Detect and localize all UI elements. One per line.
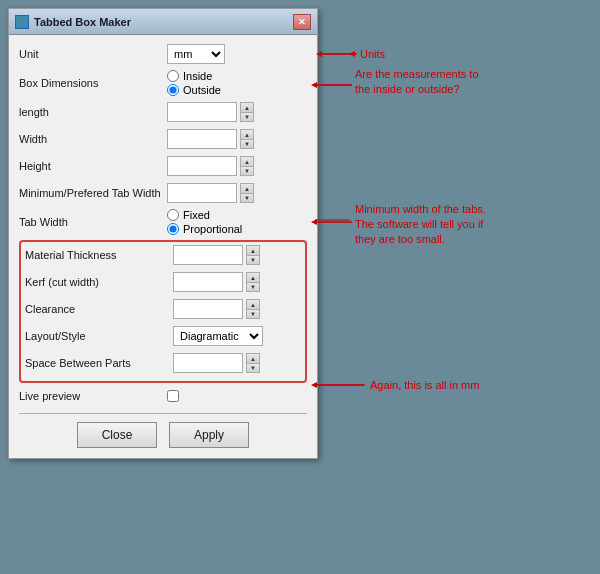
buttons-row: Close Apply [19, 422, 307, 448]
svg-text:the inside or outside?: the inside or outside? [355, 83, 460, 95]
fixed-radio[interactable] [167, 209, 179, 221]
title-bar-left: Tabbed Box Maker [15, 15, 131, 29]
unit-label: Unit [19, 48, 167, 60]
layout-style-select[interactable]: Diagramatic 3D [173, 326, 263, 346]
layout-style-row: Layout/Style Diagramatic 3D [25, 325, 301, 347]
length-label: length [19, 106, 167, 118]
box-dimensions-control: Inside Outside [167, 70, 307, 96]
kerf-row: Kerf (cut width) 0.180 ▲ ▼ [25, 271, 301, 293]
svg-text:they are too small.: they are too small. [355, 233, 445, 245]
style-select-wrapper: Diagramatic 3D [173, 326, 263, 346]
length-down[interactable]: ▼ [240, 112, 254, 122]
min-tab-up[interactable]: ▲ [240, 183, 254, 193]
length-input[interactable]: 111.000 [167, 102, 237, 122]
outside-label: Outside [183, 84, 221, 96]
outside-radio-row: Outside [167, 84, 221, 96]
min-tab-input[interactable]: 15.00 [167, 183, 237, 203]
apply-button[interactable]: Apply [169, 422, 249, 448]
space-between-down[interactable]: ▼ [246, 363, 260, 373]
fixed-label: Fixed [183, 209, 210, 221]
kerf-spinner: ▲ ▼ [246, 272, 260, 292]
height-spinner: ▲ ▼ [240, 156, 254, 176]
highlight-group: Material Thickness 3.00 ▲ ▼ Kerf (cut wi… [19, 240, 307, 383]
width-up[interactable]: ▲ [240, 129, 254, 139]
kerf-input[interactable]: 0.180 [173, 272, 243, 292]
material-thickness-down[interactable]: ▼ [246, 255, 260, 265]
inside-radio-row: Inside [167, 70, 221, 82]
space-between-row: Space Between Parts 5.00 ▲ ▼ [25, 352, 301, 374]
material-thickness-row: Material Thickness 3.00 ▲ ▼ [25, 244, 301, 266]
width-spinner: ▲ ▼ [240, 129, 254, 149]
svg-text:Again, this is all in mm: Again, this is all in mm [370, 379, 479, 391]
space-between-up[interactable]: ▲ [246, 353, 260, 363]
live-preview-label: Live preview [19, 390, 167, 402]
height-control: 198.000 ▲ ▼ [167, 156, 307, 176]
box-dimensions-radio-group: Inside Outside [167, 70, 221, 96]
material-thickness-label: Material Thickness [25, 249, 173, 261]
clearance-spinner: ▲ ▼ [246, 299, 260, 319]
unit-select[interactable]: mm cm in [167, 44, 225, 64]
layout-style-label: Layout/Style [25, 330, 173, 342]
proportional-radio[interactable] [167, 223, 179, 235]
proportional-label: Proportional [183, 223, 242, 235]
height-up[interactable]: ▲ [240, 156, 254, 166]
dialog-body: Unit mm cm in Box Dimensions Inside [9, 35, 317, 458]
inside-label: Inside [183, 70, 212, 82]
clearance-row: Clearance 0.000 ▲ ▼ [25, 298, 301, 320]
outside-radio[interactable] [167, 84, 179, 96]
live-preview-checkbox[interactable] [167, 390, 179, 402]
box-dimensions-label: Box Dimensions [19, 77, 167, 89]
space-between-control: 5.00 ▲ ▼ [173, 353, 301, 373]
tab-width-control: Fixed Proportional [167, 209, 307, 235]
length-control: 111.000 ▲ ▼ [167, 102, 307, 122]
material-thickness-input[interactable]: 3.00 [173, 245, 243, 265]
kerf-label: Kerf (cut width) [25, 276, 173, 288]
unit-control: mm cm in [167, 44, 307, 64]
kerf-down[interactable]: ▼ [246, 282, 260, 292]
min-tab-row: Minimum/Prefered Tab Width 15.00 ▲ ▼ [19, 182, 307, 204]
length-row: length 111.000 ▲ ▼ [19, 101, 307, 123]
title-bar: Tabbed Box Maker ✕ [9, 9, 317, 35]
kerf-control: 0.180 ▲ ▼ [173, 272, 301, 292]
material-thickness-control: 3.00 ▲ ▼ [173, 245, 301, 265]
space-between-spinner: ▲ ▼ [246, 353, 260, 373]
close-button[interactable]: Close [77, 422, 157, 448]
tab-width-radio-group: Fixed Proportional [167, 209, 242, 235]
live-preview-control [167, 390, 307, 402]
clearance-label: Clearance [25, 303, 173, 315]
height-row: Height 198.000 ▲ ▼ [19, 155, 307, 177]
min-tab-label: Minimum/Prefered Tab Width [19, 187, 167, 199]
min-tab-down[interactable]: ▼ [240, 193, 254, 203]
min-tab-spinner: ▲ ▼ [240, 183, 254, 203]
tab-width-label: Tab Width [19, 216, 167, 228]
svg-text:Are the measurements to: Are the measurements to [355, 68, 479, 80]
fixed-radio-row: Fixed [167, 209, 242, 221]
height-down[interactable]: ▼ [240, 166, 254, 176]
width-control: 167.000 ▲ ▼ [167, 129, 307, 149]
space-between-input[interactable]: 5.00 [173, 353, 243, 373]
window-close-button[interactable]: ✕ [293, 14, 311, 30]
box-dimensions-row: Box Dimensions Inside Outside [19, 70, 307, 96]
inside-radio[interactable] [167, 70, 179, 82]
kerf-up[interactable]: ▲ [246, 272, 260, 282]
svg-text:The software will tell you if: The software will tell you if [355, 218, 484, 230]
width-input[interactable]: 167.000 [167, 129, 237, 149]
clearance-up[interactable]: ▲ [246, 299, 260, 309]
window-title: Tabbed Box Maker [34, 16, 131, 28]
app-icon [15, 15, 29, 29]
material-thickness-up[interactable]: ▲ [246, 245, 260, 255]
length-up[interactable]: ▲ [240, 102, 254, 112]
clearance-input[interactable]: 0.000 [173, 299, 243, 319]
height-input[interactable]: 198.000 [167, 156, 237, 176]
min-tab-control: 15.00 ▲ ▼ [167, 183, 307, 203]
separator [19, 413, 307, 414]
layout-style-control: Diagramatic 3D [173, 326, 301, 346]
unit-row: Unit mm cm in [19, 43, 307, 65]
material-thickness-spinner: ▲ ▼ [246, 245, 260, 265]
unit-dropdown-wrapper: mm cm in [167, 44, 225, 64]
clearance-down[interactable]: ▼ [246, 309, 260, 319]
svg-text:Minimum width of the tabs.: Minimum width of the tabs. [355, 203, 486, 215]
width-down[interactable]: ▼ [240, 139, 254, 149]
length-spinner: ▲ ▼ [240, 102, 254, 122]
width-row: Width 167.000 ▲ ▼ [19, 128, 307, 150]
